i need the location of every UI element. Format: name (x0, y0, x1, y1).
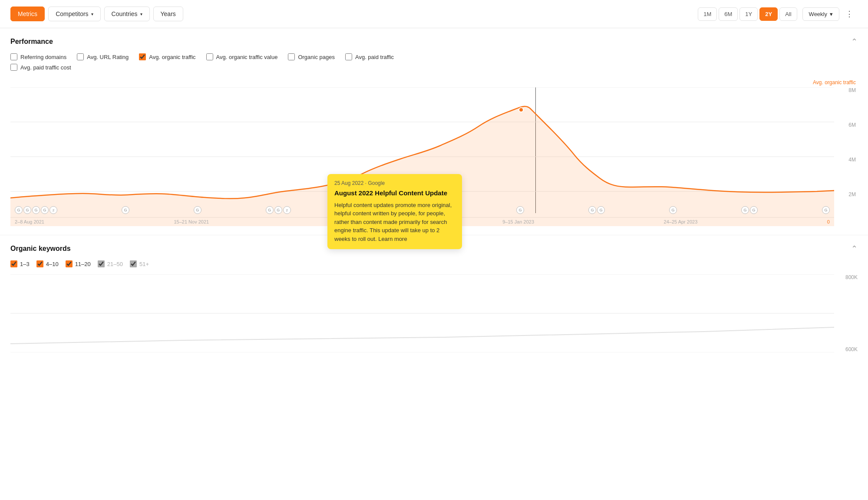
tab-btn-metrics[interactable]: Metrics (10, 7, 45, 21)
time-btn-all[interactable]: All (779, 7, 797, 21)
g-marker: G (122, 206, 129, 214)
g-marker: G (741, 206, 749, 214)
metric-checkbox-2[interactable] (139, 53, 146, 60)
metric-checkbox-0[interactable] (10, 53, 17, 60)
x-axis-zero: 0 (827, 219, 830, 224)
time-btn-6m[interactable]: 6M (719, 7, 738, 21)
x-axis-label-1: 15–21 Nov 2021 (174, 219, 209, 224)
g-group-7: G (516, 206, 524, 214)
toolbar: MetricsCompetitors▾Countries▾Years 1M6M1… (0, 0, 868, 28)
tab-btn-years[interactable]: Years (153, 7, 183, 21)
tab-btn-competitors[interactable]: Competitors▾ (48, 7, 100, 21)
g-group-9: G (669, 206, 677, 214)
g-marker: G (194, 206, 201, 214)
metric-label-3: Avg. organic traffic value (216, 54, 278, 60)
toolbar-left: MetricsCompetitors▾Countries▾Years (10, 7, 183, 21)
metric-label-4: Organic pages (298, 54, 335, 60)
metric-item-0[interactable]: Referring domains (10, 53, 66, 60)
x-axis-label-4: 24–25 Apr 2023 (664, 219, 698, 224)
time-btn-2y[interactable]: 2Y (759, 7, 778, 21)
chevron-down-icon: ▾ (830, 11, 833, 17)
keywords-chart: 800K600K (10, 274, 858, 352)
keywords-svg (10, 274, 834, 352)
performance-section: Performance ⌃ Referring domainsAvg. URL … (0, 28, 868, 235)
kw-filter-4–10[interactable]: 4–10 (36, 260, 59, 267)
tooltip-date: 25 Aug 2022 · Google (334, 180, 455, 186)
kw-filter-label-1–3: 1–3 (20, 261, 30, 267)
kw-filter-11–20[interactable]: 11–20 (66, 260, 91, 267)
metric-item-3[interactable]: Avg. organic traffic value (206, 53, 278, 60)
metrics-row-2: Avg. paid traffic cost (10, 64, 858, 71)
chart-hover-dot (519, 108, 523, 112)
g-marker: G (597, 206, 605, 214)
g-marker: G (822, 206, 830, 214)
kw-checkbox-11–20[interactable] (66, 260, 73, 267)
g-group-3: G (194, 206, 201, 214)
g-group-1: G G G G 2 (15, 206, 57, 214)
metric-checkbox-1[interactable] (77, 53, 84, 60)
kw-y-label-1: 600K (845, 346, 858, 352)
chevron-down-icon: ▾ (140, 12, 142, 16)
g-marker: G (274, 206, 282, 214)
y-axis-label-0: 8M (848, 87, 856, 93)
g-group-8: G G (588, 206, 605, 214)
chart-container: Avg. organic traffic (10, 79, 858, 226)
keywords-collapse-btn[interactable]: ⌃ (851, 244, 858, 253)
performance-title: Performance (10, 38, 53, 46)
more-options-btn[interactable]: ⋮ (841, 6, 858, 22)
metric-checkbox-3[interactable] (206, 53, 213, 60)
metric-checkbox-4[interactable] (288, 53, 295, 60)
kw-y-axis: 800K600K (836, 274, 858, 352)
chart-series-label: Avg. organic traffic (10, 79, 858, 86)
chevron-down-icon: ▾ (91, 12, 93, 16)
metric-label-2: Avg. organic traffic (149, 54, 195, 60)
keywords-title: Organic keywords (10, 245, 71, 253)
metric-checkbox-row2-0[interactable] (10, 64, 17, 71)
g-marker: G (32, 206, 40, 214)
tooltip: 25 Aug 2022 · Google August 2022 Helpful… (327, 174, 462, 249)
kw-filter-label-21–50: 21–50 (107, 261, 123, 267)
kw-checkbox-51+[interactable] (130, 260, 137, 267)
time-btn-1y[interactable]: 1Y (739, 7, 758, 21)
metrics-row-1: Referring domainsAvg. URL RatingAvg. org… (10, 53, 858, 60)
metric-item-2[interactable]: Avg. organic traffic (139, 53, 195, 60)
kw-y-label-0: 800K (845, 274, 858, 280)
tooltip-body: Helpful content updates promote more ori… (334, 201, 455, 243)
metric-item-4[interactable]: Organic pages (288, 53, 335, 60)
x-axis-label-3: 9–15 Jan 2023 (502, 219, 534, 224)
g-marker: 2 (50, 206, 57, 214)
x-axis-label-0: 2–8 Aug 2021 (15, 219, 44, 224)
kw-filter-label-11–20: 11–20 (75, 261, 91, 267)
metric-item-row2-0[interactable]: Avg. paid traffic cost (10, 64, 71, 71)
keywords-filters: 1–34–1011–2021–5051+ (10, 260, 858, 267)
weekly-btn[interactable]: Weekly▾ (802, 7, 839, 21)
g-marker: 2 (283, 206, 291, 214)
g-group-11: G (822, 206, 830, 214)
kw-filter-51+[interactable]: 51+ (130, 260, 149, 267)
kw-filter-21–50[interactable]: 21–50 (98, 260, 123, 267)
g-marker: G (41, 206, 49, 214)
metric-label-5: Avg. paid traffic (355, 54, 394, 60)
metric-item-1[interactable]: Avg. URL Rating (77, 53, 129, 60)
kw-checkbox-21–50[interactable] (98, 260, 105, 267)
kw-filter-1–3[interactable]: 1–3 (10, 260, 30, 267)
kw-checkbox-1–3[interactable] (10, 260, 17, 267)
performance-header: Performance ⌃ (10, 37, 858, 46)
y-axis-label-3: 2M (848, 191, 856, 197)
kw-checkbox-4–10[interactable] (36, 260, 43, 267)
time-btn-1m[interactable]: 1M (698, 7, 717, 21)
performance-collapse-btn[interactable]: ⌃ (851, 37, 858, 46)
metric-label-row2-0: Avg. paid traffic cost (20, 64, 71, 71)
metric-checkbox-5[interactable] (345, 53, 352, 60)
metric-label-0: Referring domains (20, 54, 66, 60)
kw-filter-label-51+: 51+ (139, 261, 149, 267)
metric-item-5[interactable]: Avg. paid traffic (345, 53, 394, 60)
keywords-section: Organic keywords ⌃ 1–34–1011–2021–5051+ … (0, 235, 868, 357)
g-marker: G (516, 206, 524, 214)
g-marker: G (15, 206, 23, 214)
tab-btn-countries[interactable]: Countries▾ (104, 7, 150, 21)
g-marker: G (266, 206, 274, 214)
main-container: MetricsCompetitors▾Countries▾Years 1M6M1… (0, 0, 868, 500)
kw-chart-line (10, 327, 834, 344)
g-group-10: G G (741, 206, 758, 214)
